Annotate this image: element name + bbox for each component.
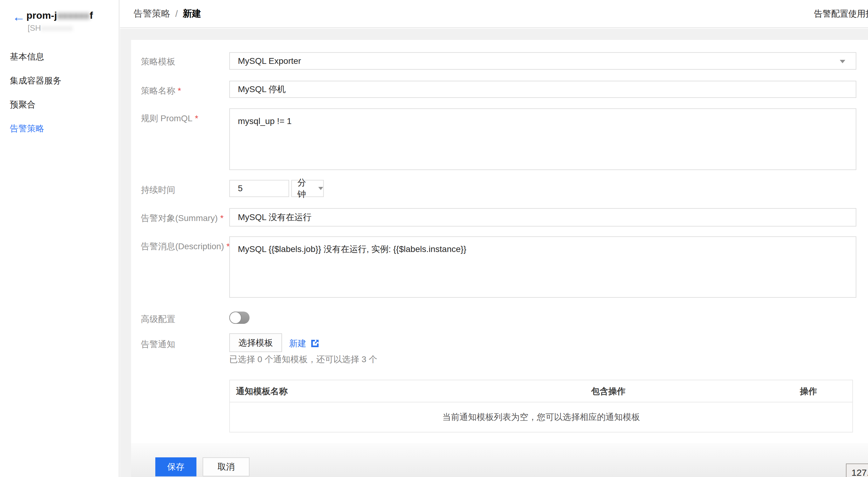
alert-policy-form-card: 策略模板 MySQL Exporter 策略名称* MySQL 停机 规则 Pr…: [131, 40, 868, 443]
sidebar-item-alert-policy[interactable]: 告警策略: [0, 117, 119, 140]
breadcrumb: 告警策略 / 新建: [133, 0, 201, 27]
new-template-link-text: 新建: [289, 338, 306, 349]
alert-notification-label: 告警通知: [141, 339, 175, 350]
breadcrumb-separator: /: [175, 9, 178, 19]
chevron-down-icon: [318, 187, 323, 190]
host-address-tooltip: 127.0: [846, 464, 868, 477]
alert-config-guide-link[interactable]: 告警配置使用指南: [814, 0, 868, 27]
sidebar-item-pre-aggregation[interactable]: 预聚合: [0, 93, 119, 117]
promql-value: mysql_up != 1: [238, 116, 291, 126]
duration-label: 持续时间: [141, 184, 175, 196]
sidebar: ← prom-jxxxxxxf [SHxxxxxxxx 基本信息 集成容器服务 …: [0, 0, 119, 477]
description-label: 告警消息(Description)*: [141, 241, 230, 252]
column-header-template-name: 通知模板名称: [236, 380, 288, 403]
table-empty-text: 当前通知模板列表为空，您可以选择相应的通知模板: [442, 411, 640, 423]
save-button[interactable]: 保存: [155, 457, 196, 476]
instance-title-suffix: f: [90, 10, 93, 21]
promql-textarea[interactable]: mysql_up != 1: [229, 108, 856, 170]
description-label-text: 告警消息(Description): [141, 242, 224, 251]
policy-name-label-text: 策略名称: [141, 86, 175, 95]
breadcrumb-current: 新建: [183, 7, 201, 20]
app-window: ← prom-jxxxxxxf [SHxxxxxxxx 基本信息 集成容器服务 …: [0, 0, 868, 477]
topbar: 告警策略 / 新建 告警配置使用指南: [120, 0, 868, 28]
select-template-button[interactable]: 选择模板: [229, 333, 282, 352]
required-mark: *: [178, 86, 181, 95]
sidebar-item-basic-info[interactable]: 基本信息: [0, 45, 119, 69]
breadcrumb-parent[interactable]: 告警策略: [133, 7, 170, 20]
instance-title: prom-jxxxxxxf: [26, 10, 93, 21]
instance-subtitle: [SHxxxxxxxx: [28, 23, 73, 33]
instance-title-redacted: xxxxxx: [57, 10, 90, 21]
sidebar-item-container-service[interactable]: 集成容器服务: [0, 69, 119, 93]
toggle-knob: [229, 312, 242, 324]
sidebar-nav: 基本信息 集成容器服务 预聚合 告警策略: [0, 45, 119, 140]
summary-input[interactable]: MySQL 没有在运行: [229, 208, 856, 226]
column-header-actions: 操作: [800, 380, 817, 403]
instance-title-prefix: prom-j: [26, 10, 57, 21]
advanced-config-label: 高级配置: [141, 313, 175, 325]
duration-unit-select[interactable]: 分钟: [291, 180, 324, 197]
policy-template-label: 策略模板: [141, 56, 175, 67]
summary-label: 告警对象(Summary)*: [141, 213, 223, 224]
new-template-link[interactable]: 新建: [289, 338, 320, 349]
duration-value: 5: [238, 184, 243, 193]
required-mark: *: [195, 114, 198, 123]
cancel-button[interactable]: 取消: [203, 457, 250, 476]
notification-template-table: 通知模板名称 包含操作 操作 当前通知模板列表为空，您可以选择相应的通知模板: [229, 380, 853, 433]
duration-input[interactable]: 5: [229, 180, 289, 197]
host-address-text: 127.0: [851, 468, 868, 477]
required-mark: *: [220, 213, 223, 223]
external-link-icon: [310, 339, 320, 348]
instance-subtitle-redacted: xxxxxxxx: [41, 23, 73, 33]
promql-label-text: 规则 PromQL: [141, 114, 192, 123]
policy-name-label: 策略名称*: [141, 85, 181, 97]
selected-templates-info: 已选择 0 个通知模板，还可以选择 3 个: [229, 354, 377, 365]
description-textarea[interactable]: MySQL {{$labels.job}} 没有在运行, 实例: {{$labe…: [229, 236, 856, 298]
description-value: MySQL {{$labels.job}} 没有在运行, 实例: {{$labe…: [238, 244, 466, 254]
summary-value: MySQL 没有在运行: [238, 212, 312, 223]
chevron-down-icon: [840, 60, 845, 63]
advanced-config-toggle[interactable]: [229, 312, 250, 324]
promql-label: 规则 PromQL*: [141, 113, 198, 124]
instance-subtitle-prefix: [SH: [28, 23, 41, 33]
column-header-included-operations: 包含操作: [591, 380, 625, 403]
duration-unit-value: 分钟: [298, 177, 314, 200]
footer-action-bar: 保存 取消: [131, 443, 868, 477]
table-empty-row: 当前通知模板列表为空，您可以选择相应的通知模板: [230, 403, 852, 432]
policy-template-select[interactable]: MySQL Exporter: [229, 52, 856, 70]
back-arrow-icon[interactable]: ←: [12, 10, 25, 23]
policy-name-input[interactable]: MySQL 停机: [229, 81, 856, 98]
policy-name-value: MySQL 停机: [238, 84, 286, 95]
policy-template-value: MySQL Exporter: [238, 56, 301, 66]
summary-label-text: 告警对象(Summary): [141, 213, 218, 223]
table-header-row: 通知模板名称 包含操作 操作: [230, 380, 852, 403]
main-content: 策略模板 MySQL Exporter 策略名称* MySQL 停机 规则 Pr…: [120, 29, 868, 477]
